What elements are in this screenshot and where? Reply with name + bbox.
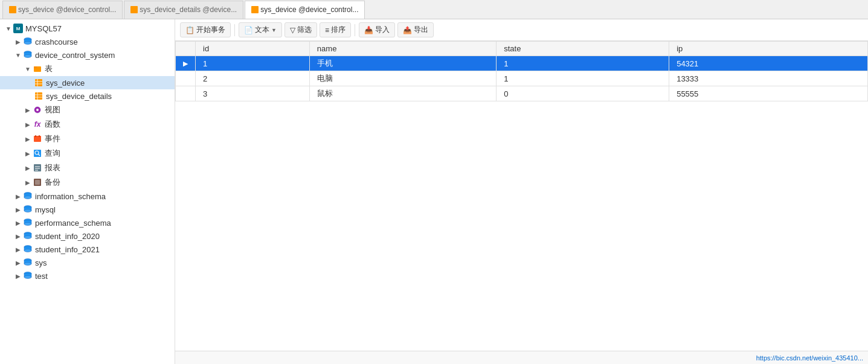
sidebar-item-sys-device-details[interactable]: sys_device_details — [0, 89, 175, 103]
table-wrapper[interactable]: id name state ip ▶1手机1543212电脑1133333鼠标0… — [175, 41, 868, 351]
sidebar-item-info-schema[interactable]: ▶ information_schema — [0, 190, 175, 203]
table-row[interactable]: ▶1手机154321 — [176, 56, 868, 71]
table-row[interactable]: 3鼠标055555 — [176, 86, 868, 101]
sidebar-item-shitu[interactable]: ▶ 视图 — [0, 103, 175, 117]
text-label: 文本 — [255, 25, 269, 35]
sort-icon: ≡ — [325, 26, 329, 34]
chevron-right-icon: ▶ — [14, 272, 22, 279]
content-area: 📋 开始事务 📄 文本 ▼ ▽ 筛选 ≡ 排序 📥 导入 — [175, 19, 868, 364]
sidebar-item-baobiao[interactable]: ▶ 报表 — [0, 161, 175, 175]
db-icon-crashcourse — [23, 37, 33, 46]
cell-name[interactable]: 电脑 — [309, 71, 496, 86]
sidebar-label-hanshu: 函数 — [45, 119, 60, 130]
sidebar-item-hanshu[interactable]: ▶ fx 函数 — [0, 117, 175, 132]
sidebar-label-baobiao: 报表 — [45, 162, 60, 173]
sort-button[interactable]: ≡ 排序 — [320, 22, 351, 37]
sidebar-item-biao[interactable]: ▼ 表 — [0, 62, 175, 76]
col-header-state: state — [497, 42, 669, 56]
sidebar-item-mysql[interactable]: ▶ mysql — [0, 203, 175, 216]
svg-rect-18 — [34, 136, 41, 142]
svg-rect-29 — [35, 180, 40, 185]
sidebar-item-crashcourse[interactable]: ▶ crashcourse — [0, 35, 175, 48]
cell-state[interactable]: 0 — [497, 86, 669, 101]
sidebar-item-chaxun[interactable]: ▶ 查询 — [0, 146, 175, 161]
statusbar-link: https://bic.csdn.net/weixin_435410... — [756, 354, 863, 362]
svg-point-50 — [24, 276, 31, 279]
svg-point-35 — [24, 209, 31, 212]
sidebar-item-perf-schema[interactable]: ▶ performance_schema — [0, 216, 175, 229]
cell-ip[interactable]: 55555 — [669, 86, 868, 101]
sidebar-item-student-info-2020[interactable]: ▶ student_info_2020 — [0, 229, 175, 243]
report-folder-icon — [33, 163, 42, 173]
table-header-row: id name state ip — [176, 42, 868, 56]
begin-transaction-label: 开始事务 — [196, 25, 225, 35]
row-pointer-cell — [176, 86, 196, 101]
text-button[interactable]: 📄 文本 ▼ — [239, 22, 282, 37]
svg-rect-8 — [35, 79, 42, 86]
db-icon-info-schema — [23, 191, 33, 201]
chevron-down-icon: ▼ — [5, 25, 12, 32]
view-folder-icon — [33, 105, 42, 115]
sidebar-root[interactable]: ▼ M MYSQL57 — [0, 22, 175, 35]
db-icon-test — [23, 271, 33, 281]
sidebar-label-chaxun: 查询 — [45, 148, 60, 159]
svg-point-5 — [24, 55, 31, 58]
cell-id[interactable]: 3 — [196, 86, 310, 101]
chevron-down-icon: ▼ — [24, 65, 31, 72]
sidebar-item-device-control-system[interactable]: ▼ device_control_system — [0, 48, 175, 62]
table-icon-tab3 — [251, 6, 259, 13]
main-area: ▼ M MYSQL57 ▶ crashcourse ▼ device_contr… — [0, 19, 868, 364]
cell-state[interactable]: 1 — [497, 71, 669, 86]
tab-2[interactable]: sys_device_details @device... — [124, 1, 243, 19]
func-folder-icon: fx — [33, 120, 42, 129]
cell-id[interactable]: 2 — [196, 71, 310, 86]
sidebar-label-shitu: 视图 — [45, 104, 60, 115]
table-icon-tab1 — [9, 6, 16, 13]
import-button[interactable]: 📥 导入 — [359, 22, 395, 37]
table-icon-sys-device — [34, 78, 43, 88]
cell-ip[interactable]: 13333 — [669, 71, 868, 86]
sort-label: 排序 — [331, 25, 346, 35]
cell-state[interactable]: 1 — [497, 56, 669, 71]
db-icon-student-2020 — [23, 231, 33, 241]
tab-1[interactable]: sys_device @device_control... — [2, 1, 123, 19]
sidebar-label-sys-device-details: sys_device_details — [46, 92, 112, 101]
tab-3[interactable]: sys_device @device_control... — [245, 1, 365, 19]
sidebar-root-label: MYSQL57 — [25, 24, 62, 33]
begin-transaction-button[interactable]: 📋 开始事务 — [180, 22, 231, 37]
import-icon: 📥 — [364, 26, 373, 34]
tab-bar: sys_device @device_control... sys_device… — [0, 0, 868, 19]
sidebar-item-test[interactable]: ▶ test — [0, 269, 175, 283]
text-icon: 📄 — [244, 26, 253, 34]
cell-ip[interactable]: 54321 — [669, 56, 868, 71]
db-icon-mysql — [23, 205, 33, 214]
toolbar: 📋 开始事务 📄 文本 ▼ ▽ 筛选 ≡ 排序 📥 导入 — [175, 19, 868, 41]
sidebar: ▼ M MYSQL57 ▶ crashcourse ▼ device_contr… — [0, 19, 175, 364]
sidebar-item-sys[interactable]: ▶ sys — [0, 256, 175, 269]
chevron-right-icon: ▶ — [24, 121, 31, 128]
svg-point-47 — [24, 263, 31, 266]
cell-name[interactable]: 鼠标 — [309, 86, 496, 101]
chevron-right-icon: ▶ — [14, 38, 22, 45]
sidebar-item-sys-device[interactable]: sys_device — [0, 76, 175, 89]
table-row[interactable]: 2电脑113333 — [176, 71, 868, 86]
sidebar-label-biao: 表 — [45, 63, 53, 74]
svg-rect-12 — [35, 92, 42, 100]
chevron-right-icon: ▶ — [14, 259, 22, 266]
svg-point-17 — [36, 109, 39, 111]
filter-button[interactable]: ▽ 筛选 — [285, 22, 317, 37]
table-icon-tab2 — [130, 6, 138, 13]
tab-3-label: sys_device @device_control... — [260, 5, 358, 14]
mysql-server-icon: M — [13, 24, 23, 33]
sidebar-item-beifen[interactable]: ▶ 备份 — [0, 175, 175, 190]
sidebar-label-perf-schema: performance_schema — [35, 219, 111, 228]
sidebar-label-beifen: 备份 — [45, 177, 60, 188]
sidebar-item-student-info-2021[interactable]: ▶ student_info_2021 — [0, 243, 175, 256]
sidebar-item-shijian[interactable]: ▶ 事件 — [0, 132, 175, 146]
cell-id[interactable]: 1 — [196, 56, 310, 71]
cell-name[interactable]: 手机 — [309, 56, 496, 71]
sidebar-label-sys: sys — [35, 258, 47, 267]
chevron-down-icon: ▼ — [271, 27, 277, 33]
col-pointer — [176, 42, 196, 56]
export-button[interactable]: 📤 导出 — [397, 22, 434, 37]
